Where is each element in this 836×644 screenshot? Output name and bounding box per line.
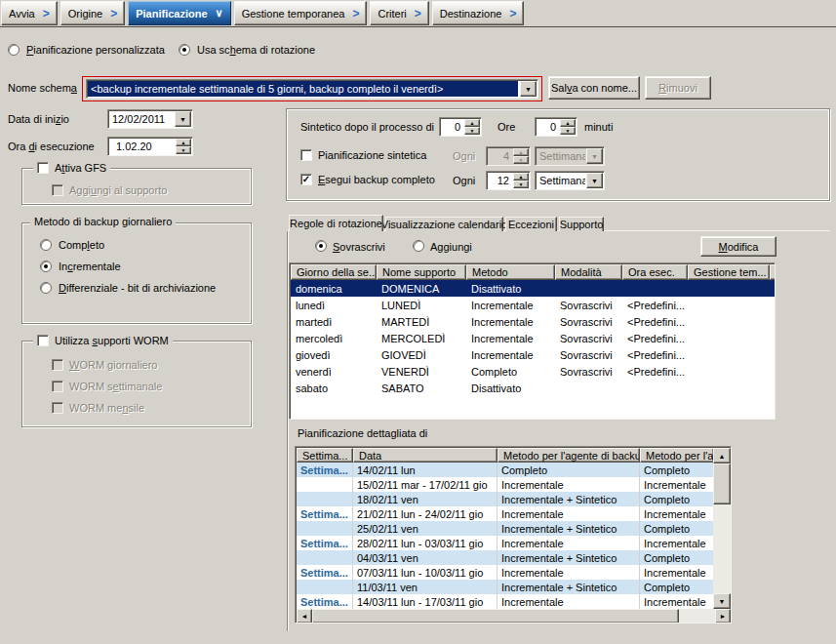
table-row[interactable]: giovedìGIOVEDÌIncrementaleSovrascrivi<Pr… [291, 346, 776, 363]
table-row[interactable]: Settima...21/02/11 lun - 24/02/11 gioInc… [297, 506, 714, 521]
v-scroll-thumb[interactable] [713, 463, 731, 504]
radio-incrementale[interactable] [40, 261, 52, 272]
remove-button[interactable]: Rimuovi [645, 76, 711, 100]
table-row[interactable]: Settima...14/03/11 lun - 17/03/11 gioInc… [297, 594, 714, 609]
save-as-button[interactable]: Salva con nome... [548, 76, 640, 100]
tab-destinazione[interactable]: Destinazione > [432, 1, 525, 25]
synthetic-schedule-checkbox[interactable]: Pianificazione sintetica [300, 149, 426, 161]
table-row[interactable]: Settima...07/03/11 lun - 10/03/11 gioInc… [297, 565, 714, 580]
tab-pianificazione[interactable]: Pianificazione ∨ [128, 1, 230, 25]
start-date-input[interactable]: 12/02/2011 ▼ [107, 109, 193, 129]
radio-completo[interactable] [40, 239, 52, 251]
column-header[interactable]: Modalità [555, 264, 622, 280]
table-row[interactable]: mercoledìMERCOLEDÌIncrementaleSovrascriv… [291, 330, 776, 346]
tab-eccezioni[interactable]: Eccezioni [505, 217, 557, 231]
rotation-table-header: Giorno della se...Nome supportoMetodoMod… [291, 264, 776, 280]
tab-criteri[interactable]: Criteri > [370, 1, 428, 25]
minutes-spinner[interactable]: 0 ▲ ▼ [535, 117, 577, 137]
column-header[interactable]: Settima... [297, 448, 353, 463]
table-row[interactable]: martedìMARTEDÌIncrementaleSovrascrivi<Pr… [291, 313, 776, 330]
tab-regole-di-rotazione[interactable]: Regole di rotazione [289, 215, 383, 231]
table-row[interactable]: Settima...28/02/11 lun - 03/03/11 gioInc… [297, 536, 714, 550]
tab-supporto[interactable]: Supporto [559, 217, 604, 231]
modify-button[interactable]: Modifica [700, 236, 776, 257]
column-header[interactable]: Data [353, 448, 498, 463]
detail-table: Settima...DataMetodo per l'agente di bac… [295, 446, 732, 624]
table-row[interactable]: lunedìLUNEDÌIncrementaleSovrascrivi<Pred… [291, 297, 776, 313]
dropdown-arrow-icon[interactable]: ▼ [520, 81, 537, 97]
exec-time-input[interactable]: 1.02.20 ▲ ▼ [107, 137, 193, 156]
spin-up-icon[interactable]: ▲ [176, 139, 191, 146]
hours-spinner[interactable]: 0 ▲ ▼ [439, 117, 482, 137]
checkbox-box[interactable] [300, 149, 312, 161]
table-cell: <Predefini... [622, 300, 688, 311]
table-row[interactable]: 11/03/11 venIncrementale + SinteticoComp… [297, 580, 714, 594]
tab-avvia[interactable]: Avvia > [1, 1, 58, 25]
schema-name-select[interactable]: <backup incrementale settimanale di 5 gi… [86, 79, 538, 99]
radio-sovrascrivi[interactable] [315, 240, 327, 252]
column-header[interactable]: Gestione tem... [688, 264, 770, 280]
tab-label: Destinazione [440, 8, 502, 20]
table-cell: Incrementale [640, 536, 714, 550]
spin-up-icon: ▲ [513, 148, 529, 156]
spin-down-icon[interactable]: ▼ [560, 127, 576, 135]
dropdown-arrow-icon[interactable]: ▼ [586, 173, 603, 188]
tab-visualizzazione-calendario[interactable]: Visualizzazione calendario [385, 217, 503, 231]
tab-gestione-temporanea[interactable]: Gestione temporanea > [234, 1, 368, 25]
full-backup-checkbox[interactable]: ✓ Esegui backup completo [300, 174, 435, 185]
checkbox-box[interactable] [37, 162, 49, 174]
table-row[interactable]: Settima...14/02/11 lunCompletoCompleto [297, 463, 714, 477]
table-cell [297, 492, 353, 506]
synthetic-unit-select: Settimana/ ▼ [535, 146, 605, 166]
gfs-checkbox[interactable]: Attiva GFS [33, 162, 110, 174]
checkbox-box [52, 359, 63, 371]
table-row[interactable]: 04/03/11 venIncrementale + SinteticoComp… [297, 550, 714, 565]
table-cell: 14/02/11 lun [353, 463, 498, 477]
scroll-left-button[interactable]: ◄ [297, 609, 312, 624]
radio-label: Sovrascrivi [333, 241, 385, 253]
synthetic-unit-value: Settimana/ [536, 147, 585, 165]
schema-name-value: <backup incrementale settimanale di 5 gi… [88, 81, 518, 97]
column-header[interactable]: Metodo [466, 264, 555, 280]
scroll-right-button[interactable]: ► [715, 609, 731, 624]
chevron-right-icon: > [352, 7, 359, 20]
radio-pianificazione-personalizzata[interactable] [8, 44, 20, 56]
column-header[interactable]: Ora esec. [622, 264, 688, 280]
dropdown-arrow-icon[interactable]: ▼ [175, 111, 191, 127]
table-cell: Completo [640, 492, 714, 506]
radio-aggiungi[interactable] [413, 240, 424, 252]
full-interval-spinner[interactable]: 12 ▲ ▼ [486, 171, 531, 190]
checkbox-box[interactable]: ✓ [300, 174, 312, 185]
scroll-up-button[interactable]: ▲ [713, 448, 731, 463]
synthetic-after-label: Sintetico dopo il processo di [300, 121, 434, 133]
spin-down-icon[interactable]: ▼ [513, 181, 529, 188]
column-header[interactable]: Nome supporto [377, 264, 466, 280]
table-row[interactable]: sabatoSABATODisattivato [291, 380, 776, 396]
column-header[interactable]: Metodo per l'ager [640, 448, 714, 463]
spin-up-icon[interactable]: ▲ [464, 119, 480, 127]
detail-schedule-label: Pianificazione dettagliata di [298, 427, 427, 439]
table-row[interactable]: 15/02/11 mar - 17/02/11 gioIncrementaleI… [297, 477, 714, 492]
column-header[interactable]: Metodo per l'agente di backu... [498, 448, 640, 463]
scroll-down-button[interactable]: ▼ [713, 593, 731, 609]
column-header[interactable]: Giorno della se... [291, 264, 377, 280]
radio-usa-schema-di-rotazione[interactable] [179, 44, 190, 56]
spin-down-icon[interactable]: ▼ [464, 127, 480, 135]
radio-label: Differenziale - bit di archiviazione [59, 282, 216, 294]
table-row[interactable]: domenicaDOMENICADisattivato [291, 280, 776, 297]
checkbox-box[interactable] [37, 335, 49, 346]
tab-label: Eccezioni [508, 219, 554, 230]
full-unit-select[interactable]: Settimana/ ▼ [535, 171, 605, 190]
table-row[interactable]: 18/02/11 venIncrementale + SinteticoComp… [297, 492, 714, 506]
spin-down-icon[interactable]: ▼ [176, 146, 191, 154]
minutes-stepper: ▲ ▼ [560, 119, 576, 135]
worm-checkbox[interactable]: Utilizza supporti WORM [33, 335, 173, 346]
h-scroll-thumb[interactable] [312, 609, 679, 624]
spin-up-icon[interactable]: ▲ [513, 173, 529, 181]
full-interval-value: 12 [487, 172, 512, 189]
table-row[interactable]: venerdìVENERDÌCompletoSovrascrivi<Predef… [291, 363, 776, 380]
radio-differenziale[interactable] [40, 282, 52, 294]
tab-origine[interactable]: Origine > [60, 1, 125, 25]
spin-up-icon[interactable]: ▲ [560, 119, 576, 127]
table-row[interactable]: 25/02/11 venIncrementale + SinteticoComp… [297, 521, 714, 536]
